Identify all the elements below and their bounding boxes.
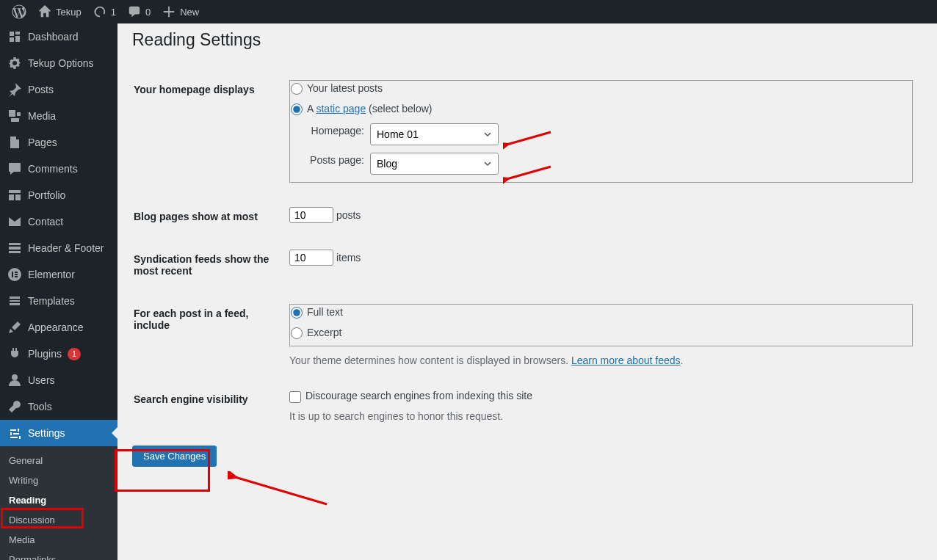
blog-pages-input[interactable] [289, 207, 333, 223]
feed-excerpt-text: Excerpt [307, 327, 341, 338]
posts-page-select-label: Posts page: [305, 153, 364, 168]
menu-label: Appearance [28, 321, 84, 333]
layout-icon [7, 241, 22, 255]
submenu-reading[interactable]: Reading [0, 490, 117, 510]
home-icon [38, 5, 51, 18]
menu-plugins[interactable]: Plugins 1 [0, 341, 117, 367]
site-link[interactable]: Tekup [32, 0, 87, 23]
syndication-label: Syndication feeds show the most recent [134, 239, 281, 291]
pin-icon [7, 82, 22, 97]
blog-pages-unit: posts [336, 209, 361, 221]
feed-include-label: For each post in a feed, include [134, 293, 281, 377]
menu-label: Dashboard [28, 31, 79, 43]
plus-icon [162, 5, 176, 18]
menu-label: Tekup Options [28, 57, 94, 69]
latest-posts-option[interactable]: Your latest posts [291, 81, 912, 96]
menu-label: Contact [28, 216, 63, 228]
homepage-select-label: Homepage: [305, 124, 364, 139]
menu-label: Pages [28, 137, 57, 148]
blog-pages-label: Blog pages show at most [134, 196, 281, 237]
homepage-displays-label: Your homepage displays [134, 69, 281, 194]
admin-sidebar: Dashboard Tekup Options Posts Media Page… [0, 23, 117, 560]
posts-page-select[interactable]: Blog [370, 153, 499, 175]
static-page-suffix: (select below) [366, 103, 432, 114]
search-discourage-checkbox[interactable] [289, 391, 301, 403]
feed-description: Your theme determines how content is dis… [289, 354, 914, 366]
settings-form: Your homepage displays Your latest posts… [132, 68, 922, 434]
new-link[interactable]: New [156, 0, 205, 23]
menu-label: Header & Footer [28, 242, 104, 254]
svg-line-4 [235, 477, 327, 504]
wordpress-icon [12, 4, 26, 19]
menu-label: Media [28, 110, 56, 122]
menu-pages[interactable]: Pages [0, 129, 117, 156]
latest-posts-text: Your latest posts [307, 82, 383, 94]
learn-more-feeds-link[interactable]: Learn more about feeds [571, 354, 681, 366]
syndication-input[interactable] [289, 250, 333, 266]
latest-posts-radio[interactable] [291, 83, 303, 95]
submenu-general[interactable]: General [0, 451, 117, 470]
menu-label: Tools [28, 401, 52, 412]
menu-label: Posts [28, 84, 54, 95]
admin-toolbar: Tekup 1 0 New [0, 0, 937, 23]
dashboard-icon [7, 29, 22, 44]
search-note: It is up to search engines to honor this… [289, 410, 914, 422]
submenu-media[interactable]: Media [0, 530, 117, 550]
menu-templates[interactable]: Templates [0, 288, 117, 314]
portfolio-icon [7, 188, 22, 203]
search-discourage-text: Discourage search engines from indexing … [305, 390, 532, 401]
wrench-icon [7, 399, 22, 414]
menu-contact[interactable]: Contact [0, 208, 117, 235]
menu-tekup-options[interactable]: Tekup Options [0, 50, 117, 76]
submenu-permalinks[interactable]: Permalinks [0, 550, 117, 560]
menu-elementor[interactable]: Elementor [0, 261, 117, 288]
menu-label: Templates [28, 295, 75, 307]
menu-users[interactable]: Users [0, 367, 117, 393]
mail-icon [7, 214, 22, 229]
updates-count: 1 [111, 7, 116, 18]
menu-media[interactable]: Media [0, 103, 117, 129]
static-page-radio[interactable] [291, 103, 303, 115]
wp-logo[interactable] [6, 0, 32, 23]
feed-excerpt-radio[interactable] [291, 327, 303, 339]
comments-link[interactable]: 0 [122, 0, 156, 23]
menu-label: Settings [28, 427, 65, 439]
static-page-prefix: A [307, 103, 316, 114]
static-page-option[interactable]: A static page (select below) [291, 102, 912, 117]
update-icon [93, 5, 106, 18]
menu-label: Users [28, 374, 55, 386]
plugin-icon [7, 346, 22, 361]
submenu-writing[interactable]: Writing [0, 470, 117, 490]
elementor-icon [7, 267, 22, 282]
feed-excerpt-option[interactable]: Excerpt [291, 326, 912, 341]
svg-point-1 [12, 374, 18, 380]
new-label: New [180, 7, 199, 18]
page-icon [7, 135, 22, 150]
menu-portfolio[interactable]: Portfolio [0, 182, 117, 208]
menu-posts[interactable]: Posts [0, 76, 117, 103]
feed-fulltext-text: Full text [307, 306, 343, 318]
menu-tools[interactable]: Tools [0, 393, 117, 420]
updates-link[interactable]: 1 [87, 0, 122, 23]
static-page-link[interactable]: static page [316, 103, 366, 114]
submenu-discussion[interactable]: Discussion [0, 510, 117, 530]
menu-dashboard[interactable]: Dashboard [0, 23, 117, 50]
site-name: Tekup [56, 7, 82, 18]
templates-icon [7, 294, 22, 308]
homepage-select[interactable]: Home 01 [370, 123, 499, 145]
menu-comments[interactable]: Comments [0, 156, 117, 182]
search-discourage-option[interactable]: Discourage search engines from indexing … [289, 390, 532, 401]
save-changes-button[interactable]: Save Changes [132, 446, 217, 467]
feed-fulltext-radio[interactable] [291, 307, 303, 319]
feed-fulltext-option[interactable]: Full text [291, 305, 912, 320]
gear-icon [7, 56, 22, 70]
settings-icon [7, 426, 22, 440]
menu-settings[interactable]: Settings [0, 420, 117, 446]
menu-appearance[interactable]: Appearance [0, 314, 117, 341]
media-icon [7, 109, 22, 123]
comment-icon [7, 161, 22, 176]
homepage-displays-fieldset: Your latest posts A static page (select … [289, 80, 914, 183]
annotation-arrow-save [228, 471, 330, 508]
page-title: Reading Settings [132, 23, 922, 53]
menu-header-footer[interactable]: Header & Footer [0, 235, 117, 261]
